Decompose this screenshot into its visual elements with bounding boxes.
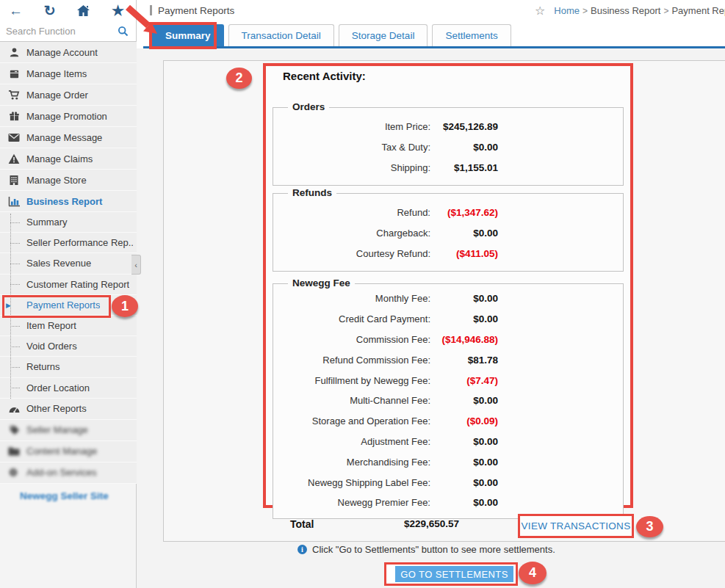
- recent-activity-annotation-box: Recent Activity: Orders Item Price: $245…: [263, 63, 633, 508]
- tab-row: Summary Transaction Detail Storage Detai…: [137, 21, 725, 48]
- sidebar-item-manage-claims[interactable]: Manage Claims: [0, 148, 137, 170]
- row-value: ($1,347.62): [430, 207, 498, 218]
- sidebar-item-label: Manage Promotion: [26, 111, 107, 122]
- sidebar-subitem-void-orders[interactable]: Void Orders: [0, 336, 137, 357]
- breadcrumb-business-report[interactable]: Business Report: [591, 5, 660, 16]
- home-icon[interactable]: [76, 4, 90, 17]
- sidebar-subitem-seller-performance[interactable]: Seller Performance Rep...: [0, 233, 137, 253]
- page-title: Payment Reports: [158, 5, 234, 16]
- search-input[interactable]: [0, 21, 110, 40]
- report-row: Courtesy Refund: ($411.05): [273, 244, 623, 264]
- sidebar-subitem-label: Returns: [26, 361, 60, 372]
- annotation-arrow: [123, 3, 162, 38]
- sidebar-item-manage-order[interactable]: Manage Order: [0, 84, 137, 106]
- row-value: $0.00: [430, 293, 498, 304]
- row-value: $0.00: [430, 457, 498, 468]
- newegg-fee-section-title: Newegg Fee: [288, 277, 355, 288]
- sidebar-item-manage-account[interactable]: Manage Account: [0, 42, 137, 63]
- sidebar-collapse-handle[interactable]: ‹: [131, 255, 141, 275]
- row-value: $0.00: [430, 395, 498, 406]
- sidebar-item-manage-items[interactable]: Manage Items: [0, 63, 137, 84]
- gear-icon: [7, 467, 21, 478]
- tab-settlements[interactable]: Settlements: [432, 24, 511, 46]
- sidebar-subitem-summary[interactable]: Summary: [0, 212, 137, 233]
- newegg-fee-section: Newegg Fee Monthly Fee: $0.00 Credit Car…: [273, 283, 624, 519]
- report-row: Refund: ($1,347.62): [273, 203, 623, 223]
- sidebar-item-content-manage[interactable]: Content Manage: [0, 441, 137, 462]
- sidebar-subitem-sales-revenue[interactable]: Sales Revenue: [0, 253, 137, 274]
- sidebar-subitem-label: Summary: [26, 217, 68, 228]
- folder-icon: [7, 446, 21, 456]
- go-to-settlements-button[interactable]: GO TO SETTLEMENTS: [395, 566, 513, 582]
- sidebar-item-manage-promotion[interactable]: Manage Promotion: [0, 106, 137, 127]
- tab-storage-detail[interactable]: Storage Detail: [339, 24, 428, 46]
- favorite-outline-icon[interactable]: ☆: [535, 4, 545, 18]
- payment-reports-page: ← ↻ ★ Manage Account Manage Items: [0, 0, 725, 588]
- row-value: $0.00: [430, 477, 498, 488]
- settlements-info-text: Click "Go to Settlements" button to see …: [312, 544, 555, 555]
- sidebar-subitem-label: Sales Revenue: [26, 258, 91, 269]
- building-icon: [7, 175, 21, 186]
- sidebar-subitem-returns[interactable]: Returns: [0, 357, 137, 377]
- sidebar: ← ↻ ★ Manage Account Manage Items: [0, 0, 137, 588]
- sidebar-item-manage-message[interactable]: Manage Message: [0, 127, 137, 148]
- browser-toolbar: ← ↻ ★: [0, 0, 136, 21]
- report-row: Adjustment Fee: $0.00: [273, 432, 623, 452]
- row-label: Multi-Channel Fee:: [273, 395, 430, 406]
- sidebar-subitem-customer-rating-report[interactable]: Customer Rating Report: [0, 275, 137, 295]
- view-transactions-annotation-box: VIEW TRANSACTIONS: [518, 514, 634, 538]
- view-transactions-link[interactable]: VIEW TRANSACTIONS: [522, 520, 631, 531]
- sidebar-menu: Manage Account Manage Items Manage Order…: [0, 42, 137, 484]
- tab-transaction-detail[interactable]: Transaction Detail: [228, 24, 334, 46]
- sidebar-item-business-report[interactable]: Business Report: [0, 191, 137, 212]
- row-label: Tax & Duty:: [273, 142, 430, 153]
- row-value: $245,126.89: [430, 121, 498, 132]
- row-label: Shipping:: [273, 162, 430, 173]
- row-label: Adjustment Fee:: [273, 436, 430, 447]
- row-value: ($0.09): [430, 415, 498, 427]
- orders-section-title: Orders: [288, 101, 329, 112]
- settlements-info: i Click "Go to Settlements" button to se…: [297, 544, 555, 555]
- sidebar-item-label: Manage Store: [26, 175, 87, 186]
- sidebar-subitem-item-report[interactable]: Item Report: [0, 316, 137, 336]
- report-row: Item Price: $245,126.89: [273, 117, 623, 137]
- warning-icon: [7, 153, 21, 164]
- sidebar-subitem-order-location[interactable]: Order Location: [0, 378, 137, 399]
- row-value: ($411.05): [430, 248, 498, 259]
- sidebar-subitem-label: Customer Rating Report: [26, 279, 129, 290]
- breadcrumb-separator: >: [663, 6, 668, 16]
- search-bar: [0, 21, 136, 42]
- back-icon[interactable]: ←: [9, 4, 23, 18]
- sidebar-item-seller-manage[interactable]: Seller Manage: [0, 420, 137, 441]
- newegg-seller-site-link[interactable]: Newegg Seller Site: [20, 490, 109, 501]
- sidebar-item-manage-store[interactable]: Manage Store: [0, 170, 137, 191]
- favorite-icon[interactable]: ★: [112, 4, 124, 18]
- annotation-step-4: 4: [519, 562, 547, 584]
- row-value: $0.00: [430, 436, 498, 447]
- sidebar-subitem-label: Void Orders: [26, 341, 77, 352]
- sidebar-item-label: Add-on Services: [26, 467, 96, 478]
- info-icon: i: [297, 545, 307, 554]
- collapse-chevron-icon: ‹: [134, 261, 137, 269]
- box-icon: [7, 68, 21, 79]
- row-label: Newegg Shipping Label Fee:: [273, 477, 430, 488]
- breadcrumb-home[interactable]: Home: [554, 5, 580, 16]
- recent-activity-title: Recent Activity:: [283, 70, 630, 82]
- row-label: Storage and Operation Fee:: [273, 415, 430, 427]
- sidebar-item-add-on-services[interactable]: Add-on Services: [0, 462, 137, 484]
- sidebar-item-label: Content Manage: [26, 446, 97, 457]
- go-to-settlements-annotation-box: GO TO SETTLEMENTS: [384, 562, 518, 586]
- sidebar-subitem-label: Order Location: [26, 382, 90, 393]
- sidebar-item-label: Seller Manage: [26, 424, 88, 435]
- refresh-icon[interactable]: ↻: [44, 4, 56, 18]
- report-row: Fulfillment by Newegg Fee: ($7.47): [273, 370, 623, 391]
- user-icon: [7, 47, 21, 58]
- envelope-icon: [7, 133, 21, 142]
- report-row: Shipping: $1,155.01: [273, 158, 623, 178]
- report-row: Monthly Fee: $0.00: [273, 288, 623, 309]
- total-value: $229,650.57: [273, 518, 459, 529]
- sidebar-item-other-reports[interactable]: Other Reports: [0, 399, 137, 420]
- payment-reports-annotation-box: [2, 295, 111, 318]
- annotation-step-2: 2: [226, 68, 252, 89]
- row-label: Courtesy Refund:: [273, 248, 430, 259]
